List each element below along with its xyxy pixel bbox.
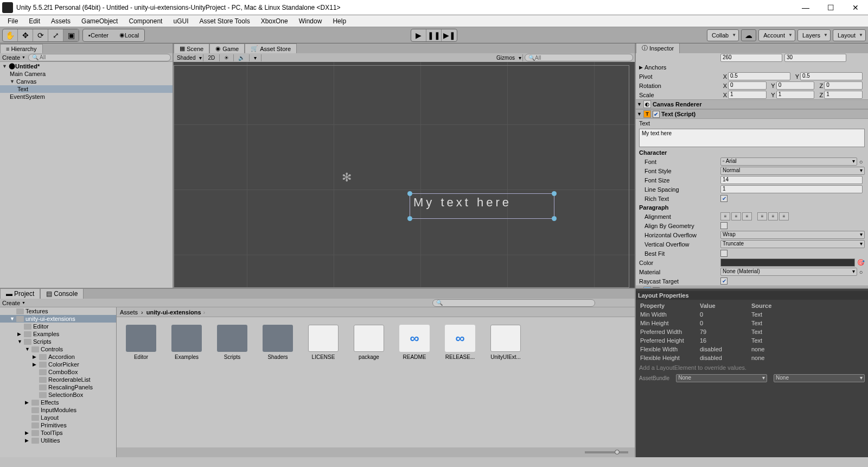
project-folder-inputmodules[interactable]: InputModules: [0, 406, 116, 414]
project-folder-scripts[interactable]: ▼Scripts: [0, 338, 116, 345]
h-overflow-dropdown[interactable]: Wrap: [720, 231, 865, 239]
align-right-button[interactable]: ≡: [742, 212, 752, 220]
step-button[interactable]: ▶❚: [442, 29, 457, 41]
menu-edit[interactable]: Edit: [23, 16, 46, 27]
asset-editor[interactable]: Editor: [124, 325, 158, 360]
asset-store-tab[interactable]: 🛒Asset Store: [245, 43, 297, 53]
scene-gizmos-dropdown[interactable]: Gizmos: [493, 54, 523, 61]
hierarchy-item-canvas[interactable]: ▼Canvas: [0, 78, 173, 85]
scale-tool-button[interactable]: ⤢: [48, 29, 63, 41]
scale-z-field[interactable]: 1: [824, 91, 863, 99]
layout-dropdown[interactable]: Layout: [833, 29, 866, 41]
project-folder-editor[interactable]: Editor: [0, 323, 116, 330]
rich-text-checkbox[interactable]: ✔: [720, 195, 727, 202]
rot-y-field[interactable]: 0: [776, 81, 815, 90]
project-folder-combobox[interactable]: ComboBox: [0, 368, 116, 376]
project-folder-colorpicker[interactable]: ▶ColorPicker: [0, 361, 116, 368]
scale-y-field[interactable]: 1: [776, 91, 815, 99]
rot-z-field[interactable]: 0: [824, 81, 863, 90]
scale-x-field[interactable]: 1: [728, 91, 767, 99]
asset-size-slider[interactable]: [585, 451, 628, 453]
asset-examples[interactable]: Examples: [170, 325, 203, 360]
asset-shaders[interactable]: Shaders: [261, 325, 295, 360]
project-folder-accordion[interactable]: ▶Accordion: [0, 353, 116, 361]
project-folder-controls[interactable]: ▼Controls: [0, 345, 116, 353]
align-bottom-button[interactable]: ≡: [779, 212, 789, 220]
console-tab[interactable]: ▤Console: [40, 288, 84, 299]
text-content-field[interactable]: My text here: [639, 129, 865, 147]
assetbundle-dropdown[interactable]: None: [676, 374, 767, 382]
asset-license[interactable]: LICENSE: [307, 325, 340, 360]
hierarchy-create-dropdown[interactable]: Create: [0, 54, 27, 61]
breadcrumb[interactable]: Assets›unity-ui-extensions›: [117, 307, 635, 317]
game-tab[interactable]: ◉Game: [209, 43, 245, 53]
cloud-button[interactable]: ☁: [741, 29, 756, 41]
project-create-dropdown[interactable]: Create: [0, 299, 27, 307]
project-tab[interactable]: ▬Project: [0, 288, 40, 299]
asset-package[interactable]: package: [352, 325, 386, 360]
project-folder-primitives[interactable]: Primitives: [0, 421, 116, 429]
letter-spacing-header[interactable]: ▼#✔Letter Spacing (Script): [636, 286, 868, 288]
hierarchy-item-text[interactable]: Text: [0, 85, 173, 93]
project-folder-reorderablelist[interactable]: ReorderableList: [0, 376, 116, 383]
project-folder-rescalingpanels[interactable]: RescalingPanels: [0, 383, 116, 391]
scene-tab[interactable]: ▦Scene: [174, 43, 209, 53]
project-folder-tooltips[interactable]: ▶ToolTips: [0, 429, 116, 437]
play-button[interactable]: ▶: [411, 29, 426, 41]
canvas-renderer-header[interactable]: ▼◐Canvas Renderer: [636, 99, 868, 109]
scene-render-mode-dropdown[interactable]: Shaded: [174, 54, 203, 61]
material-field[interactable]: None (Material): [720, 268, 857, 276]
align-top-button[interactable]: ≡: [757, 212, 767, 220]
align-center-button[interactable]: ≡: [731, 212, 741, 220]
text-enable-checkbox[interactable]: ✔: [653, 111, 660, 118]
minimize-button[interactable]: —: [793, 0, 818, 15]
menu-assets[interactable]: Assets: [46, 16, 76, 27]
close-button[interactable]: ✕: [843, 0, 868, 15]
font-size-field[interactable]: 14: [720, 176, 863, 184]
pivot-rotation-toggle[interactable]: ◉ Local: [114, 29, 144, 41]
height-field[interactable]: 30: [784, 54, 846, 62]
scene-audio-toggle[interactable]: 🔊: [234, 54, 250, 61]
best-fit-checkbox[interactable]: [720, 250, 727, 257]
align-middle-button[interactable]: ≡: [768, 212, 778, 220]
hierarchy-tab[interactable]: ≡Hierarchy: [0, 44, 43, 53]
menu-xboxone[interactable]: XboxOne: [256, 16, 293, 27]
asset-release[interactable]: ∞RELEASE...: [443, 325, 477, 360]
line-spacing-field[interactable]: 1: [720, 185, 863, 193]
v-overflow-dropdown[interactable]: Truncate: [720, 240, 865, 248]
font-dropdown[interactable]: ▫ Arial: [720, 157, 857, 166]
scene-view[interactable]: ✻ My text here: [174, 62, 635, 288]
project-folder-effects[interactable]: ▶Effects: [0, 399, 116, 406]
collab-dropdown[interactable]: Collab: [707, 29, 739, 41]
maximize-button[interactable]: ☐: [818, 0, 843, 15]
rect-tool-button[interactable]: ▣: [63, 29, 79, 41]
font-style-dropdown[interactable]: Normal: [720, 167, 865, 175]
align-left-button[interactable]: ≡: [720, 212, 730, 220]
hierarchy-search-input[interactable]: 🔍All: [28, 54, 171, 61]
project-folder-unity-ui-extensions[interactable]: ▼unity-ui-extensions: [0, 315, 116, 323]
project-search-input[interactable]: 🔍: [432, 299, 595, 307]
menu-component[interactable]: Component: [123, 16, 168, 27]
inspector-tab[interactable]: ⓘInspector: [636, 43, 680, 53]
account-dropdown[interactable]: Account: [758, 29, 795, 41]
asset-scripts[interactable]: Scripts: [215, 325, 249, 360]
asset-unityuiext[interactable]: UnityUIExt...: [489, 325, 522, 360]
hand-tool-button[interactable]: ✋: [3, 29, 18, 41]
raycast-checkbox[interactable]: ✔: [720, 277, 727, 285]
scene-search-input[interactable]: 🔍All: [525, 54, 633, 61]
project-folder-layout[interactable]: Layout: [0, 414, 116, 421]
layers-dropdown[interactable]: Layers: [797, 29, 831, 41]
width-field[interactable]: 260: [720, 54, 782, 62]
scene-2d-toggle[interactable]: 2D: [203, 54, 220, 61]
pivot-y-field[interactable]: 0.5: [800, 72, 863, 80]
menu-help[interactable]: Help: [327, 16, 352, 27]
selected-text-element[interactable]: My text here: [410, 193, 554, 219]
hierarchy-item-camera[interactable]: Main Camera: [0, 70, 173, 78]
align-geom-checkbox[interactable]: [720, 222, 727, 229]
scene-fx-toggle[interactable]: ▾: [250, 54, 261, 61]
menu-ugui[interactable]: uGUI: [168, 16, 194, 27]
pivot-x-field[interactable]: 0.5: [728, 72, 790, 80]
rot-x-field[interactable]: 0: [728, 81, 767, 90]
project-folder-utilities[interactable]: ▶Utilities: [0, 437, 116, 444]
project-folder-selectionbox[interactable]: SelectionBox: [0, 391, 116, 399]
